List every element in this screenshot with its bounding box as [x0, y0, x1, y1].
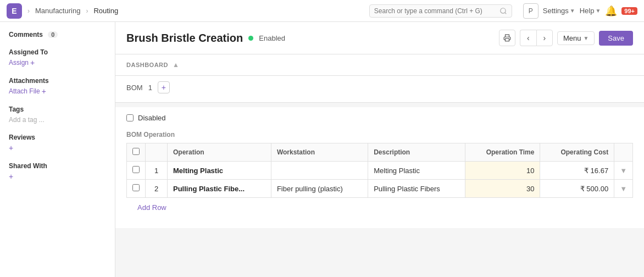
search-input[interactable]: [374, 7, 496, 15]
dashboard-header: DASHBOARD ▲: [115, 54, 644, 76]
row-operating-cost: ₹ 500.00: [540, 180, 614, 198]
svg-line-1: [504, 12, 506, 14]
top-navigation: E › Manufacturing › Routing P Settings ▼…: [0, 0, 644, 22]
add-row-button[interactable]: Add Row: [126, 198, 177, 217]
row-num: 2: [146, 180, 168, 198]
row-workstation: [271, 162, 368, 180]
sidebar-reviews: Reviews +: [9, 134, 106, 152]
row-checkbox-cell: [127, 180, 146, 198]
sidebar-tags: Tags Add a tag ...: [9, 106, 106, 124]
bom-count: 1: [148, 84, 152, 92]
nav-arrows: ‹ ›: [520, 30, 553, 46]
col-workstation: Workstation: [271, 143, 368, 162]
svg-point-0: [501, 8, 506, 13]
page-title: Brush Bristle Creation Enabled: [126, 32, 285, 45]
status-text: Enabled: [259, 34, 285, 42]
svg-rect-2: [505, 38, 509, 41]
operation-section: Disabled BOM Operation Operation Worksta…: [115, 107, 644, 228]
row-dropdown-icon[interactable]: ▼: [620, 185, 627, 193]
col-checkbox: [127, 143, 146, 162]
next-button[interactable]: ›: [536, 30, 553, 46]
disabled-row: Disabled: [115, 107, 644, 129]
notification-count[interactable]: 99+: [621, 7, 637, 15]
notification-icon[interactable]: 🔔: [605, 5, 617, 17]
reviews-plus-icon[interactable]: +: [9, 143, 13, 152]
attach-file-link[interactable]: Attach File +: [9, 87, 106, 96]
table-wrapper: Operation Workstation Description Operat…: [115, 143, 644, 228]
row-operation[interactable]: Melting Plastic: [168, 162, 271, 180]
sidebar: Comments 0 Assigned To Assign + Attachme…: [0, 22, 115, 277]
nav-right: P Settings ▼ Help ▼ 🔔 99+: [523, 3, 637, 19]
sidebar-shared-with: Shared With +: [9, 162, 106, 181]
table-row: 2 Pulling Plastic Fibe... Fiber pulling …: [127, 180, 633, 198]
row-operation-time: 10: [465, 162, 540, 180]
dashboard-label: DASHBOARD: [126, 62, 168, 68]
row-operating-cost: ₹ 16.67: [540, 162, 614, 180]
row-workstation: Fiber pulling (plastic): [271, 180, 368, 198]
header-actions: ‹ › Menu ▼ Save: [499, 30, 633, 46]
prev-button[interactable]: ‹: [520, 30, 536, 46]
sidebar-assigned-to: Assigned To Assign +: [9, 48, 106, 67]
table-row: 1 Melting Plastic Melting Plastic 10 ₹ 1…: [127, 162, 633, 180]
add-tag-placeholder[interactable]: Add a tag ...: [9, 116, 45, 124]
col-operation-time: Operation Time: [465, 143, 540, 162]
col-num: [146, 143, 168, 162]
disabled-checkbox[interactable]: [126, 114, 134, 121]
app-icon[interactable]: E: [7, 3, 22, 19]
col-operation: Operation: [168, 143, 271, 162]
col-dropdown: [614, 143, 633, 162]
profile-badge[interactable]: P: [523, 3, 538, 19]
status-dot: [248, 36, 253, 41]
bom-add-button[interactable]: +: [158, 81, 170, 93]
breadcrumb-sep-1: ›: [27, 7, 30, 15]
settings-button[interactable]: Settings ▼: [543, 7, 575, 15]
breadcrumb-manufacturing[interactable]: Manufacturing: [35, 7, 80, 15]
search-icon: [499, 7, 507, 15]
col-description: Description: [368, 143, 465, 162]
row-description: Pulling Plastic Fibers: [368, 180, 465, 198]
bom-operation-title: BOM Operation: [115, 129, 644, 143]
save-button[interactable]: Save: [599, 31, 633, 46]
main-layout: Comments 0 Assigned To Assign + Attachme…: [0, 22, 644, 277]
row-operation[interactable]: Pulling Plastic Fibe...: [168, 180, 271, 198]
table-header-row: Operation Workstation Description Operat…: [127, 143, 633, 162]
menu-button[interactable]: Menu ▼: [557, 31, 595, 45]
row-dropdown-cell[interactable]: ▼: [614, 180, 633, 198]
sidebar-attachments: Attachments Attach File +: [9, 77, 106, 96]
assign-plus-icon[interactable]: +: [30, 58, 35, 67]
attach-file-plus-icon[interactable]: +: [42, 87, 46, 96]
bom-table: Operation Workstation Description Operat…: [126, 143, 633, 198]
row-dropdown-icon[interactable]: ▼: [620, 167, 627, 175]
print-button[interactable]: [499, 30, 515, 46]
collapse-icon[interactable]: ▲: [173, 61, 179, 69]
row-dropdown-cell[interactable]: ▼: [614, 162, 633, 180]
sidebar-comments: Comments 0: [9, 31, 106, 38]
main-content: Brush Bristle Creation Enabled ‹ › Menu: [115, 22, 644, 277]
dashboard-area: DASHBOARD ▲ BOM 1 +: [115, 54, 644, 103]
breadcrumb-routing: Routing: [93, 7, 118, 15]
disabled-label: Disabled: [138, 114, 166, 122]
breadcrumb-sep-2: ›: [86, 7, 88, 15]
row-checkbox-cell: [127, 162, 146, 180]
row-num: 1: [146, 162, 168, 180]
col-operating-cost: Operating Cost: [540, 143, 614, 162]
select-all-checkbox[interactable]: [132, 148, 140, 155]
assign-link[interactable]: Assign +: [9, 58, 106, 67]
search-bar[interactable]: [369, 4, 512, 18]
header-bar: Brush Bristle Creation Enabled ‹ › Menu: [115, 22, 644, 54]
bom-row: BOM 1 +: [115, 76, 644, 103]
help-button[interactable]: Help ▼: [580, 7, 601, 15]
shared-with-plus-icon[interactable]: +: [9, 172, 13, 181]
row-description: Melting Plastic: [368, 162, 465, 180]
row-operation-time: 30: [465, 180, 540, 198]
row-checkbox[interactable]: [132, 184, 140, 191]
row-checkbox[interactable]: [132, 166, 140, 173]
bom-label: BOM: [126, 84, 143, 92]
comments-count: 0: [48, 31, 58, 38]
